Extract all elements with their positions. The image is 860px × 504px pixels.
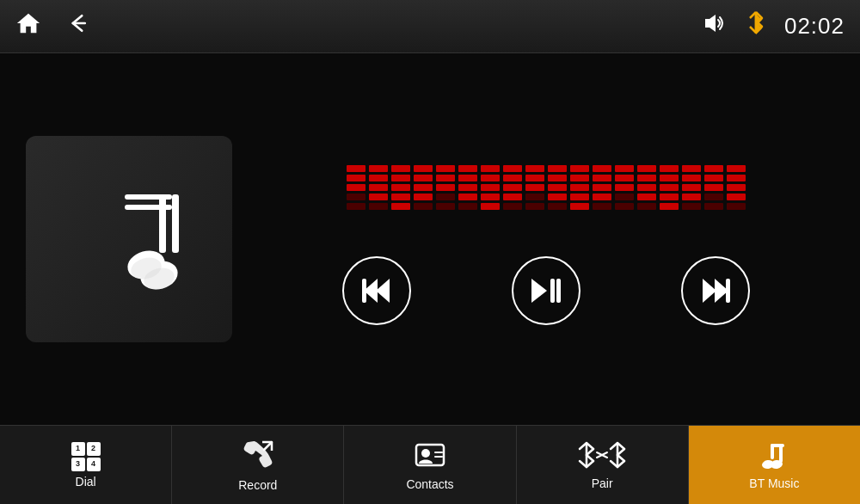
top-bar-right: 02:02	[702, 10, 845, 42]
top-bar: 02:02	[0, 0, 860, 53]
svg-rect-8	[159, 194, 166, 253]
back-button[interactable]	[65, 11, 89, 41]
equalizer	[258, 153, 834, 222]
nav-item-record[interactable]: Record	[172, 426, 344, 504]
svg-rect-46	[771, 444, 774, 459]
play-pause-button[interactable]	[512, 256, 580, 325]
nav-label-pair: Pair	[592, 476, 613, 490]
svg-marker-0	[705, 15, 716, 32]
nav-label-btmusic: BT Music	[749, 476, 799, 490]
next-button[interactable]	[681, 256, 750, 325]
svg-rect-45	[779, 444, 783, 463]
nav-label-contacts: Contacts	[406, 477, 453, 491]
svg-marker-15	[376, 279, 390, 303]
nav-item-btmusic[interactable]: BT Music	[689, 426, 860, 504]
playback-controls	[258, 256, 834, 325]
record-icon	[242, 439, 274, 475]
prev-button[interactable]	[342, 256, 411, 325]
top-bar-left	[15, 10, 89, 42]
home-button[interactable]	[15, 10, 41, 42]
volume-icon[interactable]	[702, 11, 728, 41]
bluetooth-icon	[746, 10, 765, 42]
svg-rect-19	[556, 279, 561, 303]
pair-icon	[578, 440, 626, 473]
bottom-nav: 1 2 3 4 Dial Record	[0, 425, 860, 504]
svg-marker-17	[531, 279, 547, 303]
nav-item-pair[interactable]: Pair	[517, 426, 689, 504]
btmusic-icon	[759, 440, 789, 473]
album-art	[26, 136, 232, 342]
nav-label-dial: Dial	[76, 475, 96, 489]
svg-point-27	[421, 449, 430, 458]
nav-label-record: Record	[238, 478, 277, 492]
nav-item-contacts[interactable]: Contacts	[344, 426, 516, 504]
right-section	[258, 153, 834, 325]
svg-rect-22	[726, 279, 730, 303]
main-content	[0, 53, 860, 425]
svg-marker-20	[703, 279, 716, 303]
nav-item-dial[interactable]: 1 2 3 4 Dial	[0, 426, 172, 504]
svg-rect-18	[550, 279, 555, 303]
dial-icon: 1 2 3 4	[71, 442, 101, 471]
contacts-icon	[415, 439, 445, 474]
clock-display: 02:02	[784, 13, 845, 40]
svg-rect-9	[172, 194, 179, 253]
svg-rect-16	[362, 279, 366, 303]
svg-line-25	[264, 442, 272, 450]
